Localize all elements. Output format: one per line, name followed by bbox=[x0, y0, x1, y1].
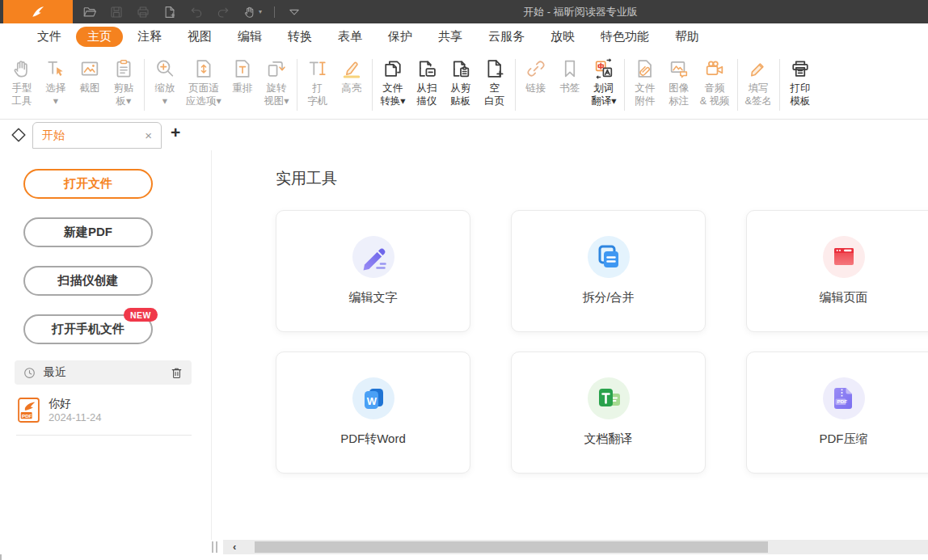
ribbon-from-scanner-button[interactable]: 从扫 描仪 bbox=[410, 57, 444, 107]
ribbon-reflow-button[interactable]: 重排 bbox=[226, 57, 259, 95]
menu-item-12[interactable]: 帮助 bbox=[664, 27, 711, 47]
menu-item-1[interactable]: 主页 bbox=[76, 27, 123, 47]
print-icon bbox=[136, 5, 150, 19]
menu-item-2[interactable]: 注释 bbox=[126, 27, 173, 47]
tool-card-label: 编辑页面 bbox=[820, 290, 868, 305]
tool-card-label: 编辑文字 bbox=[349, 290, 398, 305]
reflow-icon bbox=[231, 57, 254, 80]
ribbon-blank-page-button[interactable]: 空 白页 bbox=[478, 57, 512, 107]
undo-icon bbox=[189, 5, 204, 19]
bookmark-icon bbox=[559, 57, 581, 80]
recent-file-list: PDF你好2024-11-24 bbox=[18, 391, 192, 429]
ribbon-typewriter-button[interactable]: 打 字机 bbox=[301, 57, 335, 107]
from-clipboard-icon bbox=[449, 57, 472, 80]
ribbon-item-label: 缩放 ▾ bbox=[155, 82, 175, 107]
group-divider bbox=[737, 59, 738, 111]
corner-pencil-icon[interactable] bbox=[9, 125, 28, 145]
horizontal-scrollbar[interactable]: ‹ bbox=[223, 540, 928, 554]
ribbon-file-convert-button[interactable]: 文件 转换▾ bbox=[376, 57, 410, 107]
ribbon-select-button[interactable]: 选择 ▾ bbox=[39, 57, 73, 107]
menu-item-0[interactable]: 文件 bbox=[26, 27, 73, 47]
ribbon-print-template-button[interactable]: 打印 模板 bbox=[783, 57, 817, 107]
scrollbar-thumb[interactable] bbox=[255, 541, 768, 553]
menu-item-9[interactable]: 云服务 bbox=[477, 27, 536, 47]
clipboard-icon bbox=[112, 57, 135, 80]
ribbon-hand-tool-button[interactable]: 手型 工具 bbox=[5, 57, 39, 107]
file-attachment-icon bbox=[634, 57, 656, 80]
ribbon-item-label: 高亮 bbox=[341, 82, 361, 95]
tool-card-edit-text[interactable]: 编辑文字 bbox=[276, 210, 470, 332]
menu-item-6[interactable]: 表单 bbox=[327, 27, 373, 47]
ribbon-rotate-view-button[interactable]: 旋转 视图▾ bbox=[259, 57, 293, 107]
foxit-pdf-file-icon: PDF bbox=[18, 398, 40, 423]
ribbon-file-attachment-button[interactable]: 文件 附件 bbox=[628, 57, 662, 107]
menu-bar: 文件主页注释视图编辑转换表单保护共享云服务放映特色功能帮助 bbox=[0, 23, 928, 50]
recent-file-item[interactable]: PDF你好2024-11-24 bbox=[18, 391, 192, 429]
sidebar-button-2[interactable]: 扫描仪创建 bbox=[23, 266, 153, 296]
ribbon-item-label: 划词 翻译▾ bbox=[591, 82, 616, 107]
tab-close-icon[interactable]: × bbox=[145, 128, 152, 142]
ribbon-item-label: 从扫 描仪 bbox=[416, 82, 437, 107]
ribbon-fill-sign-button[interactable]: 填写 &签名 bbox=[741, 57, 776, 107]
menu-item-8[interactable]: 共享 bbox=[427, 27, 474, 47]
scroll-left-arrow[interactable]: ‹ bbox=[233, 540, 236, 554]
tool-card-label: 拆分/合并 bbox=[582, 290, 634, 305]
ribbon-clipboard-button[interactable]: 剪贴 板▾ bbox=[107, 57, 141, 107]
sidebar-button-label: 打开手机文件 bbox=[52, 322, 124, 337]
sidebar-button-1[interactable]: 新建PDF bbox=[23, 217, 153, 247]
window-title: 开始 - 福昕阅读器专业版 bbox=[459, 0, 702, 23]
ribbon-zoom-button[interactable]: 缩放 ▾ bbox=[148, 57, 182, 107]
tool-card-label: 文档翻译 bbox=[584, 432, 633, 447]
ribbon-bookmark-button[interactable]: 书签 bbox=[553, 57, 587, 95]
menu-item-5[interactable]: 转换 bbox=[276, 27, 323, 47]
group-divider bbox=[144, 59, 145, 111]
tool-card-split-merge[interactable]: 拆分/合并 bbox=[511, 210, 706, 332]
hand-tool-icon[interactable]: ▾ bbox=[243, 5, 262, 19]
menu-item-3[interactable]: 视图 bbox=[176, 27, 223, 47]
tab-bar: 开始 × + bbox=[0, 120, 928, 150]
group-divider bbox=[515, 59, 516, 111]
zoom-icon bbox=[154, 57, 176, 80]
ribbon-audio-video-button[interactable]: 音频 & 视频 bbox=[696, 57, 734, 107]
menu-item-7[interactable]: 保护 bbox=[377, 27, 424, 47]
sidebar-button-3[interactable]: 打开手机文件NEW bbox=[23, 314, 153, 344]
ribbon-translate-button[interactable]: 划词 翻译▾ bbox=[587, 57, 621, 107]
ribbon-image-annotation-button[interactable]: 图像 标注 bbox=[662, 57, 696, 107]
ribbon: 手型 工具选择 ▾截图剪贴 板▾缩放 ▾页面适 应选项▾重排旋转 视图▾打 字机… bbox=[0, 50, 928, 120]
menu-item-4[interactable]: 编辑 bbox=[226, 27, 273, 47]
clock-icon bbox=[23, 366, 36, 380]
open-folder-icon[interactable] bbox=[82, 5, 97, 19]
new-badge: NEW bbox=[124, 308, 158, 322]
sidebar-button-label: 打开文件 bbox=[64, 176, 112, 192]
ribbon-from-clipboard-button[interactable]: 从剪 贴板 bbox=[444, 57, 478, 107]
pdf-to-word-icon: W bbox=[352, 377, 394, 419]
ribbon-fit-page-button[interactable]: 页面适 应选项▾ bbox=[182, 57, 226, 107]
tool-card-pdf-compress[interactable]: PDFPDF压缩 bbox=[746, 352, 928, 474]
foxit-logo[interactable] bbox=[3, 0, 73, 23]
sidebar-button-0[interactable]: 打开文件 bbox=[23, 169, 153, 199]
blank-page-icon bbox=[483, 57, 506, 80]
dropdown-caret-icon: ▾ bbox=[259, 8, 262, 15]
ribbon-item-label: 链接 bbox=[525, 82, 546, 95]
svg-text:W: W bbox=[366, 395, 377, 407]
tool-card-doc-translate[interactable]: 文档翻译 bbox=[511, 352, 706, 474]
menu-item-10[interactable]: 放映 bbox=[539, 27, 586, 47]
tab-start[interactable]: 开始 × bbox=[32, 122, 162, 149]
new-tab-button[interactable]: + bbox=[171, 123, 180, 142]
group-divider bbox=[372, 59, 373, 111]
sidebar-splitter-handle[interactable] bbox=[212, 541, 217, 553]
sidebar: 打开文件新建PDF扫描仪创建打开手机文件NEW 最近 PDF你好2024-11-… bbox=[0, 150, 212, 540]
new-document-icon[interactable] bbox=[162, 5, 177, 19]
ribbon-snapshot-button[interactable]: 截图 bbox=[73, 57, 107, 95]
horizontal-scrollbar-row: ‹ bbox=[0, 540, 928, 554]
ribbon-item-label: 页面适 应选项▾ bbox=[186, 82, 221, 107]
tool-card-edit-pages[interactable]: 编辑页面 bbox=[746, 210, 928, 332]
tool-card-pdf-to-word[interactable]: WPDF转Word bbox=[276, 352, 470, 474]
trash-icon bbox=[170, 366, 183, 380]
menu-item-11[interactable]: 特色功能 bbox=[589, 27, 660, 47]
ribbon-link-button[interactable]: 链接 bbox=[519, 57, 553, 95]
audio-video-icon bbox=[703, 57, 726, 80]
collapse-toolbar-icon[interactable] bbox=[287, 5, 302, 19]
clear-recent-button[interactable] bbox=[170, 366, 183, 380]
ribbon-highlight-button[interactable]: 高亮 bbox=[335, 57, 369, 95]
